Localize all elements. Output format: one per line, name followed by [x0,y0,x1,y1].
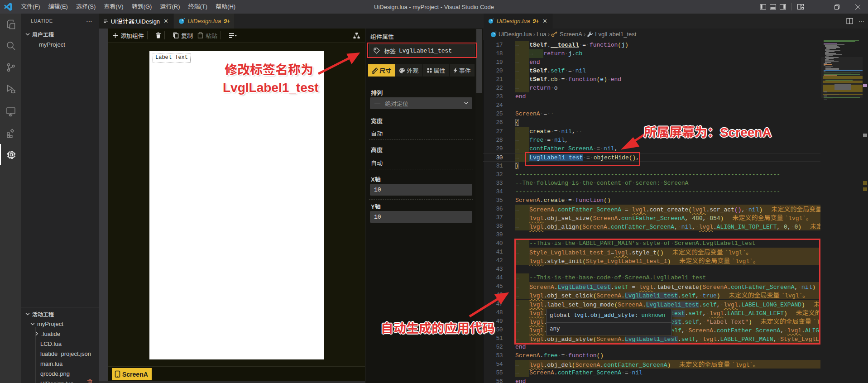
menu-edit[interactable]: 编辑(E) [44,2,72,12]
code-line-20[interactable]: 20→ tSelf.self·=·nil [483,67,820,75]
tree-item-main-lua[interactable]: main.lua [40,359,62,369]
toggle-sidebar-icon[interactable] [758,0,768,14]
breadcrumb-file[interactable]: UiDesign.lua [490,31,532,38]
extensions-icon[interactable] [0,122,21,144]
code-line-29[interactable]: 29→ contFather_ScreenA·=·nil, [483,144,820,153]
code-line-32[interactable]: 32--------------------------------------… [483,170,820,179]
code-line-18[interactable]: 18→ → return·j.cb [483,49,820,58]
scrollbar-thumb[interactable] [476,29,482,93]
tree-item-myproject[interactable]: myProject [39,39,65,49]
luatide-chip-icon[interactable] [0,144,21,165]
tab-ui-designer[interactable]: UI设计器:UiDesign ✕ [99,14,173,29]
code-line-38[interactable]: 38→ lvgl.obj_align(ScreenA.contFather_Sc… [483,222,820,230]
customize-layout-icon[interactable] [796,0,806,14]
source-control-icon[interactable] [0,57,21,78]
screen-canvas[interactable]: Label Text [149,51,324,359]
code-line-31[interactable]: 31} [483,162,820,170]
tab-uidesign-lua[interactable]: UiDesign.lua 9+ [174,14,235,29]
delete-file-icon[interactable] [87,379,93,383]
code-line-33[interactable]: 33--The·following·is·the·content·of·scre… [483,179,820,187]
overview-ruler[interactable] [863,40,868,383]
menu-help[interactable]: 帮助(H) [211,2,240,12]
add-component-button[interactable]: 添加组件 [112,31,144,40]
code-line-39[interactable]: 39 [483,230,820,239]
x-axis-input[interactable]: 10 [370,184,472,196]
tab-appearance[interactable]: 外观 [395,64,422,77]
code-token: is [572,180,579,187]
tab-attributes[interactable]: 属性 [423,64,449,77]
minimap[interactable] [821,40,863,383]
tree-item-luatide-project-json[interactable]: luatide_project.json [40,349,91,359]
code-line-24[interactable]: 24 [483,101,820,110]
code-line-41[interactable]: 41→ Style_LvglLabel1_test_1=lvgl.style_t… [483,248,820,256]
run-debug-icon[interactable] [0,78,21,100]
code-line-54[interactable]: 54→ lvgl.obj_del(ScreenA.contFather_Scre… [483,360,820,369]
code-line-40[interactable]: 40→ --This·is·the·LABEL_PART_MAIN's·styl… [483,239,820,248]
delete-component-button[interactable] [155,32,161,38]
height-value[interactable]: 自动 [371,158,383,167]
code-line-23[interactable]: 23end [483,92,820,101]
code-token: → [515,336,529,343]
code-line-45[interactable]: 45→ ScreenA.LvglLabel1_test.self·=·lvgl.… [483,282,820,291]
close-window-button[interactable] [847,0,868,14]
search-icon[interactable] [0,35,21,56]
code-line-42[interactable]: 42→ lvgl.style_init(Style_LvglLabel1_tes… [483,256,820,265]
restore-button[interactable] [826,0,847,14]
code-line-47[interactable]: 47→ lvgl.label_set_long_mode(ScreenA.Lvg… [483,300,820,308]
menu-selection[interactable]: 选择(S) [72,2,100,12]
paste-button[interactable]: 粘贴 [197,31,217,40]
tree-item-luatide-folder[interactable]: .luatide [33,329,60,339]
code-line-36[interactable]: 36→ ScreenA.contFather_ScreenA·=·lvgl.co… [483,205,820,213]
screen-tab-screena[interactable]: ScreenA [112,368,152,380]
code-line-56[interactable]: 56end [483,377,820,383]
tag-name-field[interactable]: 标签 LvglLabel1_test [369,44,475,57]
close-tab-icon[interactable]: ✕ [163,18,168,24]
toggle-secondary-sidebar-icon[interactable] [778,0,788,14]
copy-button[interactable]: 复制 [173,31,193,40]
toggle-panel-icon[interactable] [768,0,778,14]
arrange-select[interactable]: —绝对定位 [370,97,472,109]
tab-events[interactable]: 事件 [450,64,475,77]
tree-item-lcd-lua[interactable]: LCD.lua [40,339,62,349]
tree-item-qrcode-png[interactable]: qrcode.png [40,369,70,378]
code-line-22[interactable]: 22→ return·o [483,84,820,92]
breadcrumb-lua[interactable]: Lua [537,31,547,38]
code-line-44[interactable]: 44→ --This·is·the·base·code·of·ScreenA.L… [483,273,820,282]
tree-item-active-myproject[interactable]: myProject [29,319,63,329]
lvgl-label-widget[interactable]: Label Text [153,53,191,62]
code-line-30[interactable]: 30→ LvglLabel1_test·=·objectHide(), [483,153,820,162]
menu-view[interactable]: 查看(V) [100,2,127,12]
width-value[interactable]: 自动 [371,129,383,138]
code-line-17[interactable]: 17→ tSelf.__tocall·=·function(j) [483,41,820,49]
code-line-19[interactable]: 19→ end [483,58,820,67]
code-line-37[interactable]: 37→ lvgl.obj_set_size(ScreenA.contFather… [483,213,820,222]
menu-terminal[interactable]: 终端(T) [184,2,211,12]
code-line-55[interactable]: 55→ ScreenA.contFather_ScreenA·=·nil [483,369,820,377]
explorer-icon[interactable] [0,14,21,35]
code-line-52[interactable]: 52end [483,343,820,351]
menu-run[interactable]: 运行(R) [156,2,184,12]
sidebar-more-icon[interactable]: ⋯ [86,18,93,25]
tab-size[interactable]: 尺寸 [368,64,395,77]
code-line-35[interactable]: 35ScreenA.create·=·function() [483,196,820,205]
breadcrumb-lvgllabel1-test[interactable]: LvglLabel1_test [587,31,636,38]
code-token: , [695,292,699,299]
code-line-25[interactable]: 25ScreenA·=·· [483,110,820,118]
code-line-21[interactable]: 21→ tSelf.cb·=·function(e)·end [483,75,820,84]
code-line-34[interactable]: 34--------------------------------------… [483,187,820,196]
menu-goto[interactable]: 转到(G) [128,2,156,12]
code-line-43[interactable]: 43 [483,265,820,273]
breadcrumb-screena[interactable]: ScreenA [551,31,582,38]
remote-explorer-icon[interactable] [0,101,21,122]
list-menu-button[interactable] [229,33,237,38]
tree-item-uidesign-lua[interactable]: UiDesign.lua [40,378,74,383]
section-user-project[interactable]: 用户工程 [24,29,54,39]
menu-file[interactable]: 文件(F) [17,2,44,12]
minimize-button[interactable] [806,0,826,14]
section-active-project[interactable]: 活动工程 [24,309,54,319]
y-axis-input[interactable]: 10 [370,211,472,223]
panel-sash[interactable] [99,29,108,383]
code-line-53[interactable]: 53ScreenA.free·=·function() [483,351,820,360]
code-line-46[interactable]: 46→ lvgl.obj_set_click(ScreenA.LvglLabel… [483,291,820,299]
hierarchy-tree-icon[interactable] [353,32,360,39]
